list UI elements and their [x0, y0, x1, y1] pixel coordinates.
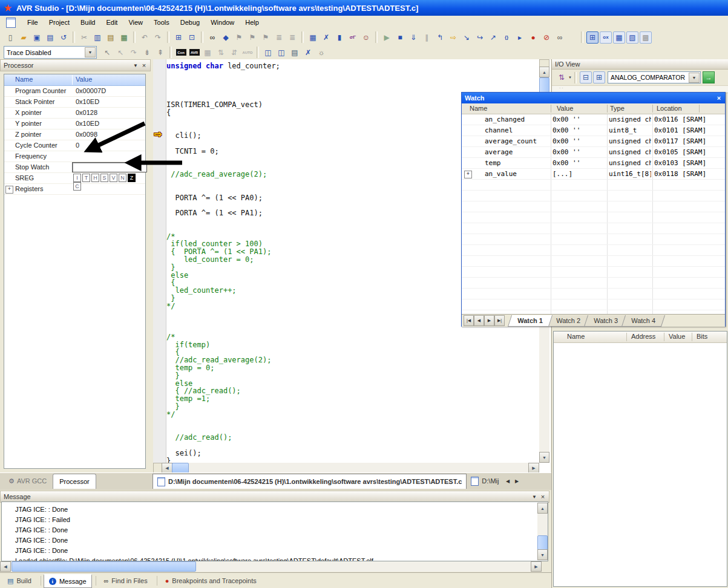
memory-window-button[interactable]: ▦ [613, 31, 625, 44]
code-line[interactable]: if(temp) [166, 341, 539, 349]
trace-source-button[interactable]: ↖ [101, 47, 113, 59]
tab-scroll-right[interactable]: ▶ [512, 474, 521, 488]
scroll-down-icon[interactable]: ▼ [537, 549, 548, 560]
watch-titlebar[interactable]: Watch × [462, 93, 725, 103]
watch-row-temp[interactable]: temp0x00 ''unsigned ch0x0103 [SRAM] [462, 158, 725, 169]
tab-watch-4[interactable]: Watch 4 [621, 315, 665, 327]
scroll-left-icon[interactable]: ◀ [162, 463, 172, 473]
code-line[interactable] [166, 325, 539, 333]
column-divider[interactable] [72, 75, 73, 85]
prev-tab-icon[interactable]: ◀ [474, 315, 484, 326]
code-line[interactable] [166, 442, 539, 449]
processor-row-program-counter[interactable]: Program Counter0x00007D [4, 86, 145, 97]
reset-button[interactable]: ⇓ [407, 31, 419, 44]
io-list-view-button[interactable]: ⊞ [593, 71, 605, 83]
tool-cross-button[interactable]: ✗ [320, 31, 332, 44]
disassembler-window-button[interactable]: ▧ [626, 31, 638, 44]
tab-find-in-files[interactable]: ∞Find in Files [99, 574, 153, 587]
message-log[interactable]: JTAG ICE: : DoneJTAG ICE: : FailedJTAG I… [1, 501, 548, 561]
processor-row-z-pointer[interactable]: Z pointer0x0098 [4, 129, 145, 140]
go-button[interactable]: → [703, 71, 715, 83]
select-window-button[interactable]: ⊡ [186, 31, 198, 44]
new-file-button[interactable]: ▯ [4, 31, 16, 44]
tab-scroll-left[interactable]: ◀ [503, 474, 512, 488]
clear-all-button[interactable]: ✗ [302, 47, 314, 59]
panel-close-button[interactable]: × [539, 493, 547, 501]
watch-row-an_changed[interactable]: an_changed0x00 ''unsigned ch0x0116 [SRAM… [462, 114, 725, 125]
sreg-flag-n[interactable]: N [119, 174, 126, 182]
processor-row-stop-watch[interactable]: Stop Watch [4, 162, 145, 173]
code-line[interactable]: /* [166, 333, 539, 341]
step-into-button[interactable]: ↘ [461, 31, 473, 44]
watch-window-button[interactable]: ⊞ [586, 31, 598, 44]
scrollbar-thumb[interactable] [537, 535, 548, 550]
battery-button[interactable]: ▮ [333, 31, 346, 44]
code-line[interactable]: { //adc_read(); [166, 387, 539, 395]
panel-menu-button[interactable]: ▼ [131, 62, 140, 70]
code-line[interactable]: temp = 0; [166, 364, 539, 372]
toggle-breakpoint-button[interactable]: ● [527, 31, 539, 44]
scroll-left-icon[interactable]: ◀ [0, 561, 11, 572]
code-line[interactable] [166, 419, 539, 426]
io-settings-button[interactable]: ◫ [275, 47, 287, 59]
processor-row-cycle-counter[interactable]: Cycle Counter0 [4, 140, 145, 151]
scroll-up-icon[interactable]: ▲ [537, 503, 548, 514]
code-line[interactable]: //adc_read_average(2); [166, 356, 539, 364]
column-header-value[interactable]: Value [76, 76, 92, 83]
message-vertical-scrollbar[interactable]: ▲ ▼ [537, 503, 548, 560]
watch-row-average_count[interactable]: average_count0x00 ''unsigned ch0x0117 [S… [462, 136, 725, 147]
tab-watch-3[interactable]: Watch 3 [584, 315, 628, 327]
show-next-statement-button[interactable]: ↰ [434, 31, 446, 44]
save-button[interactable]: ▣ [31, 31, 43, 44]
menu-item-build[interactable]: Build [75, 17, 100, 28]
close-icon[interactable]: × [714, 94, 724, 102]
expander-icon[interactable]: + [5, 186, 13, 194]
remove-all-breakpoints-button[interactable]: ⊘ [540, 31, 553, 44]
watch-row-empty[interactable] [462, 180, 725, 191]
split-box[interactable] [153, 463, 162, 473]
code-line[interactable]: unsigned char led_counter; [166, 62, 539, 70]
run-to-cursor-button[interactable]: ⇨ [447, 31, 459, 44]
watch-row-empty[interactable] [462, 310, 725, 314]
column-header-bits[interactable]: Bits [697, 333, 707, 340]
watch-row-empty[interactable] [462, 223, 725, 234]
watch-row-empty[interactable] [462, 234, 725, 245]
processor-row-y-pointer[interactable]: Y pointer0x10ED [4, 119, 145, 129]
message-window-button[interactable]: ox [600, 31, 612, 44]
stop-button[interactable]: ■ [394, 31, 406, 44]
code-line[interactable]: //adc_read(); [166, 434, 539, 442]
io-tree-view-button[interactable]: ⊟ [580, 71, 592, 83]
save-all-button[interactable]: ▤ [44, 31, 56, 44]
avr-prog-button[interactable]: AVR [188, 47, 200, 59]
copy-button[interactable]: ▥ [91, 31, 103, 44]
processor-row-sreg[interactable]: SREGITHSVNZC [4, 173, 145, 184]
panel-menu-button[interactable]: ▼ [530, 493, 539, 501]
revert-button[interactable]: ↺ [57, 31, 70, 44]
chevron-down-icon[interactable]: ▼ [85, 47, 96, 57]
column-divider[interactable] [692, 333, 692, 341]
tab-watch-1[interactable]: Watch 1 [508, 315, 553, 327]
watch-row-empty[interactable] [462, 267, 725, 278]
menu-item-window[interactable]: Window [205, 17, 240, 28]
braces-button[interactable]: {} [500, 31, 513, 44]
tab-watch-2[interactable]: Watch 2 [546, 315, 590, 327]
scroll-up-icon[interactable]: ▲ [539, 67, 549, 77]
main-horizontal-scrollbar[interactable]: ◀ ▶ [0, 561, 542, 572]
tab-message[interactable]: iMessage [44, 574, 92, 588]
sreg-flag-i[interactable]: I [73, 174, 81, 182]
menu-item-file[interactable]: File [22, 17, 44, 28]
processor-row-stack-pointer[interactable]: Stack Pointer0x10ED [4, 97, 145, 108]
open-file-button[interactable]: ▰ [18, 31, 30, 44]
trace-combo[interactable]: Trace Disabled ▼ [4, 46, 97, 59]
panel-close-button[interactable]: × [140, 62, 148, 70]
paste-button[interactable]: ▤ [105, 31, 117, 44]
menu-item-tools[interactable]: Tools [148, 17, 175, 28]
column-divider[interactable] [699, 105, 700, 113]
menu-item-project[interactable]: Project [44, 17, 75, 28]
menu-item-edit[interactable]: Edit [100, 17, 123, 28]
column-header-value[interactable]: Value [669, 333, 685, 340]
ot-tool-button[interactable]: σΓ [347, 31, 359, 44]
stopwatch-value-box[interactable] [72, 162, 147, 172]
watch-row-empty[interactable] [462, 278, 725, 289]
print-button[interactable]: ▦ [118, 31, 130, 44]
